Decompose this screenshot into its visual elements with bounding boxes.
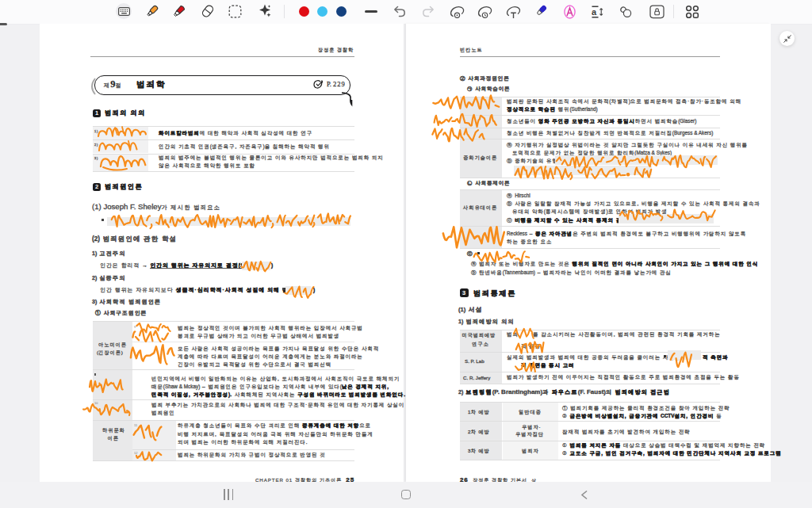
svg-text:a: a	[592, 7, 597, 17]
